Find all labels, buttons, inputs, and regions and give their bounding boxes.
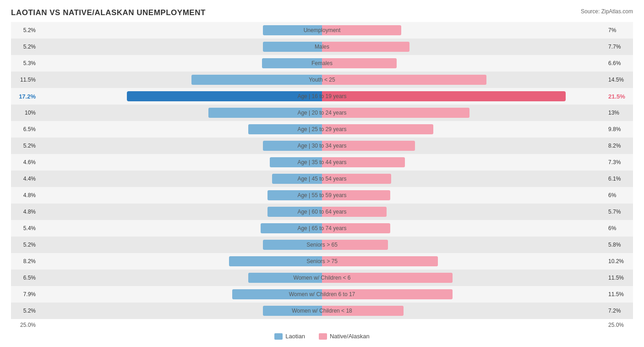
bar-laotian bbox=[248, 273, 322, 283]
left-value: 4.4% bbox=[11, 176, 38, 182]
right-value: 6.1% bbox=[606, 176, 633, 182]
bar-native bbox=[322, 75, 486, 85]
left-value: 10% bbox=[11, 110, 38, 116]
legend-laotian: Laotian bbox=[274, 333, 305, 340]
right-value: 6.6% bbox=[606, 60, 633, 66]
right-value: 11.5% bbox=[606, 275, 633, 281]
chart-row: 4.4%Age | 45 to 54 years6.1% bbox=[11, 171, 633, 187]
chart-row: 8.2%Seniors > 7510.2% bbox=[11, 253, 633, 270]
bars-area: Age | 16 to 19 years bbox=[38, 88, 606, 105]
left-value: 5.3% bbox=[11, 60, 38, 66]
legend-laotian-label: Laotian bbox=[285, 333, 305, 340]
bars-area: Age | 45 to 54 years bbox=[38, 171, 606, 187]
left-value: 5.2% bbox=[11, 143, 38, 149]
bar-laotian bbox=[263, 240, 322, 250]
bars-area: Age | 20 to 24 years bbox=[38, 105, 606, 121]
chart-row: 7.9%Women w/ Children 6 to 1711.5% bbox=[11, 286, 633, 303]
right-value: 5.7% bbox=[606, 209, 633, 215]
chart-source: Source: ZipAtlas.com bbox=[581, 8, 633, 15]
bars-area: Age | 35 to 44 years bbox=[38, 154, 606, 171]
bar-laotian bbox=[267, 207, 322, 217]
bars-area: Age | 25 to 29 years bbox=[38, 121, 606, 138]
chart-row: 17.2%Age | 16 to 19 years21.5% bbox=[11, 88, 633, 105]
legend-native: Native/Alaskan bbox=[319, 333, 370, 340]
left-value: 4.6% bbox=[11, 159, 38, 165]
left-value: 5.2% bbox=[11, 27, 38, 33]
bar-laotian bbox=[229, 256, 322, 266]
bars-area: Age | 55 to 59 years bbox=[38, 187, 606, 204]
bars-area: Age | 60 to 64 years bbox=[38, 204, 606, 220]
right-value: 6% bbox=[606, 225, 633, 231]
bar-laotian bbox=[127, 91, 322, 101]
left-value: 5.4% bbox=[11, 225, 38, 231]
bars-area: Age | 30 to 34 years bbox=[38, 138, 606, 154]
right-value: 10.2% bbox=[606, 258, 633, 264]
bar-native bbox=[322, 108, 469, 118]
chart-header: LAOTIAN VS NATIVE/ALASKAN UNEMPLOYMENT S… bbox=[11, 8, 633, 17]
chart-row: 10%Age | 20 to 24 years13% bbox=[11, 105, 633, 121]
chart-row: 5.2%Males7.7% bbox=[11, 39, 633, 55]
left-value: 4.8% bbox=[11, 209, 38, 215]
left-value: 6.5% bbox=[11, 126, 38, 132]
bars-area: Women w/ Children < 6 bbox=[38, 270, 606, 286]
right-value: 7% bbox=[606, 27, 633, 33]
bar-laotian bbox=[267, 190, 322, 200]
chart-row: 5.2%Unemployment7% bbox=[11, 22, 633, 39]
left-value: 5.2% bbox=[11, 308, 38, 314]
bar-native bbox=[322, 240, 388, 250]
bar-native bbox=[322, 174, 391, 184]
bar-laotian bbox=[263, 42, 322, 52]
axis-left-label: 25.0% bbox=[11, 322, 38, 328]
bar-laotian bbox=[263, 141, 322, 151]
left-value: 4.8% bbox=[11, 192, 38, 198]
chart-row: 4.8%Age | 60 to 64 years5.7% bbox=[11, 204, 633, 220]
bar-laotian bbox=[208, 108, 322, 118]
bar-native bbox=[322, 190, 390, 200]
bars-area: Women w/ Children < 18 bbox=[38, 303, 606, 319]
bar-native bbox=[322, 91, 566, 101]
chart-body: 5.2%Unemployment7%5.2%Males7.7%5.3%Femal… bbox=[11, 22, 633, 319]
legend: Laotian Native/Alaskan bbox=[11, 333, 633, 340]
bar-native bbox=[322, 124, 433, 134]
left-value: 11.5% bbox=[11, 77, 38, 83]
left-value: 5.2% bbox=[11, 242, 38, 248]
bars-area: Unemployment bbox=[38, 22, 606, 39]
bar-native bbox=[322, 223, 390, 233]
right-value: 13% bbox=[606, 110, 633, 116]
bar-native bbox=[322, 306, 404, 316]
legend-laotian-box bbox=[274, 333, 283, 340]
chart-row: 4.6%Age | 35 to 44 years7.3% bbox=[11, 154, 633, 171]
chart-row: 5.4%Age | 65 to 74 years6% bbox=[11, 220, 633, 237]
legend-native-box bbox=[319, 333, 327, 340]
bar-laotian bbox=[261, 223, 322, 233]
bar-native bbox=[322, 289, 453, 299]
bar-laotian bbox=[262, 58, 322, 68]
chart-row: 4.8%Age | 55 to 59 years6% bbox=[11, 187, 633, 204]
chart-row: 5.2%Age | 30 to 34 years8.2% bbox=[11, 138, 633, 154]
chart-row: 11.5%Youth < 2514.5% bbox=[11, 72, 633, 88]
right-value: 6% bbox=[606, 192, 633, 198]
bar-native bbox=[322, 141, 415, 151]
bar-native bbox=[322, 256, 438, 266]
left-value: 17.2% bbox=[11, 93, 38, 100]
bar-laotian bbox=[272, 174, 322, 184]
bar-laotian bbox=[263, 306, 322, 316]
right-value: 7.2% bbox=[606, 308, 633, 314]
bars-area: Youth < 25 bbox=[38, 72, 606, 88]
right-value: 7.3% bbox=[606, 159, 633, 165]
right-value: 11.5% bbox=[606, 291, 633, 297]
right-value: 7.7% bbox=[606, 44, 633, 50]
bar-laotian bbox=[232, 289, 322, 299]
bar-native bbox=[322, 273, 453, 283]
chart-row: 6.5%Women w/ Children < 611.5% bbox=[11, 270, 633, 286]
left-value: 5.2% bbox=[11, 44, 38, 50]
right-value: 5.8% bbox=[606, 242, 633, 248]
bars-area: Seniors > 65 bbox=[38, 237, 606, 253]
bar-native bbox=[322, 58, 397, 68]
left-value: 7.9% bbox=[11, 291, 38, 297]
bars-area: Females bbox=[38, 55, 606, 72]
chart-row: 5.3%Females6.6% bbox=[11, 55, 633, 72]
chart-title: LAOTIAN VS NATIVE/ALASKAN UNEMPLOYMENT bbox=[11, 8, 206, 17]
bar-native bbox=[322, 42, 409, 52]
axis-right-label: 25.0% bbox=[606, 322, 633, 328]
